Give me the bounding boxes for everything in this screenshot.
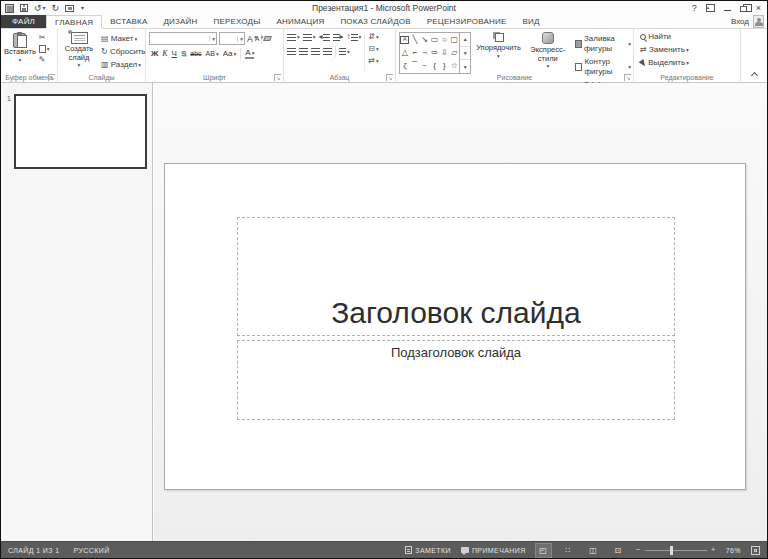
undo-button[interactable]: ↺▾ bbox=[34, 4, 46, 13]
zoom-level[interactable]: 76% bbox=[726, 547, 741, 554]
zoom-out-button[interactable]: − bbox=[636, 546, 641, 554]
decrease-indent-button[interactable]: ◂ bbox=[319, 33, 330, 41]
shape-star[interactable]: ☆ bbox=[449, 60, 459, 73]
slide-thumbnail[interactable] bbox=[14, 94, 147, 169]
underline-button[interactable]: Ч bbox=[172, 49, 177, 59]
view-slideshow-button[interactable]: ⊡ bbox=[611, 544, 626, 557]
shape-arrow[interactable]: ↘ bbox=[420, 33, 430, 46]
drawing-dialog-launcher[interactable]: ↘ bbox=[624, 74, 631, 81]
tab-slideshow[interactable]: ПОКАЗ СЛАЙДОВ bbox=[332, 15, 418, 28]
close-button[interactable]: × bbox=[756, 4, 761, 13]
increase-indent-button[interactable]: ▸ bbox=[333, 33, 344, 41]
change-case-button[interactable]: Аа bbox=[223, 49, 237, 59]
shape-arc[interactable]: ⌒ bbox=[410, 60, 420, 73]
copy-button[interactable] bbox=[39, 44, 50, 54]
tab-transitions[interactable]: ПЕРЕХОДЫ bbox=[206, 15, 269, 28]
shrink-font-button[interactable]: А bbox=[255, 34, 260, 44]
view-normal-button[interactable]: ◰ bbox=[536, 544, 551, 557]
tab-home[interactable]: ГЛАВНАЯ bbox=[46, 15, 102, 29]
tab-file[interactable]: ФАЙЛ bbox=[1, 15, 46, 28]
help-button[interactable]: ? bbox=[692, 4, 697, 13]
tab-design[interactable]: ДИЗАЙН bbox=[155, 15, 205, 28]
language-indicator[interactable]: РУССКИЙ bbox=[74, 547, 110, 554]
zoom-in-button[interactable]: + bbox=[711, 546, 716, 554]
tab-review[interactable]: РЕЦЕНЗИРОВАНИЕ bbox=[419, 15, 515, 28]
zoom-slider-handle[interactable] bbox=[670, 546, 673, 555]
shape-curve[interactable]: ~ bbox=[420, 60, 430, 73]
tab-view[interactable]: ВИД bbox=[515, 15, 548, 28]
italic-button[interactable]: К bbox=[162, 49, 167, 59]
subtitle-placeholder[interactable]: Подзаголовок слайда bbox=[237, 340, 675, 420]
bold-button[interactable]: Ж bbox=[151, 49, 158, 59]
find-button[interactable]: Найти bbox=[640, 32, 738, 42]
format-painter-button[interactable]: ✎ bbox=[39, 56, 50, 64]
align-left-button[interactable] bbox=[287, 48, 296, 55]
paragraph-dialog-launcher[interactable]: ↘ bbox=[386, 74, 393, 81]
slide-canvas[interactable]: Заголовок слайда Подзаголовок слайда bbox=[164, 163, 746, 490]
powerpoint-app-icon[interactable] bbox=[5, 4, 14, 13]
text-shadow-button[interactable]: S bbox=[181, 49, 186, 59]
fit-slide-to-window-button[interactable] bbox=[751, 546, 760, 555]
view-reading-button[interactable]: ◫ bbox=[586, 544, 601, 557]
start-slideshow-button[interactable] bbox=[65, 5, 74, 12]
tab-animations[interactable]: АНИМАЦИЯ bbox=[269, 15, 333, 28]
columns-button[interactable] bbox=[339, 47, 350, 57]
gallery-scroll-up-icon[interactable]: ▲ bbox=[460, 33, 470, 47]
shape-textbox[interactable]: А bbox=[400, 33, 410, 46]
align-right-button[interactable] bbox=[311, 48, 320, 55]
paste-button[interactable]: Вставить bbox=[4, 32, 36, 71]
shape-freeform[interactable]: ζ bbox=[400, 60, 410, 73]
font-dialog-launcher[interactable]: ↘ bbox=[274, 74, 281, 81]
quick-styles-button[interactable]: Экспресс-стили bbox=[526, 32, 570, 71]
view-slide-sorter-button[interactable]: ∷ bbox=[561, 544, 576, 557]
user-avatar-icon[interactable] bbox=[753, 15, 764, 28]
font-size-combo[interactable] bbox=[219, 32, 245, 45]
justify-button[interactable] bbox=[323, 48, 332, 55]
numbering-button[interactable] bbox=[303, 32, 316, 42]
collapse-ribbon-button[interactable] bbox=[751, 73, 758, 77]
reset-button[interactable]: ↻ Сбросить bbox=[101, 47, 146, 57]
redo-button[interactable]: ↻ bbox=[52, 4, 60, 13]
gallery-scroll-down-icon[interactable]: ▼ bbox=[460, 47, 470, 61]
line-spacing-button[interactable]: ↕ bbox=[347, 32, 362, 42]
save-button[interactable] bbox=[20, 4, 28, 12]
arrange-button[interactable]: Упорядочить bbox=[476, 32, 521, 71]
bullets-button[interactable] bbox=[287, 32, 300, 42]
gallery-more-icon[interactable]: ▼ bbox=[460, 60, 470, 73]
cut-button[interactable]: ✂ bbox=[39, 34, 50, 42]
replace-button[interactable]: ⇄ Заменить bbox=[640, 45, 738, 55]
tab-insert[interactable]: ВСТАВКА bbox=[102, 15, 155, 28]
comments-toggle[interactable]: ПРИМЕЧАНИЯ bbox=[461, 547, 526, 554]
new-slide-button[interactable]: Создать слайд bbox=[61, 32, 97, 71]
character-spacing-button[interactable]: АВ bbox=[206, 49, 219, 59]
select-button[interactable]: Выделить bbox=[640, 58, 738, 68]
signin-link[interactable]: Вход bbox=[731, 17, 749, 26]
font-color-button[interactable]: А bbox=[245, 49, 254, 59]
restore-button[interactable] bbox=[740, 4, 747, 12]
layout-button[interactable]: ▤ Макет bbox=[101, 34, 146, 44]
clear-formatting-button[interactable] bbox=[263, 36, 272, 41]
shape-line[interactable]: ╲ bbox=[410, 33, 420, 46]
shape-down-arrow[interactable]: ⇩ bbox=[439, 46, 449, 59]
shape-rectangle[interactable]: ▭ bbox=[430, 33, 440, 46]
notes-toggle[interactable]: ЗАМЕТКИ bbox=[405, 546, 451, 554]
slide-indicator[interactable]: СЛАЙД 1 ИЗ 1 bbox=[8, 547, 60, 554]
shape-left-brace[interactable]: { bbox=[430, 60, 440, 73]
minimize-button[interactable] bbox=[724, 6, 731, 11]
shape-triangle[interactable]: △ bbox=[400, 46, 410, 59]
undo-dropdown-arrow-icon[interactable]: ▾ bbox=[43, 5, 46, 11]
ribbon-display-options-button[interactable]: ▴ bbox=[706, 4, 715, 12]
text-direction-button[interactable]: ⇵ bbox=[368, 32, 378, 42]
align-text-button[interactable]: ⊟ bbox=[368, 44, 378, 54]
zoom-slider-track[interactable] bbox=[645, 550, 707, 551]
shape-elbow-arrow-connector[interactable]: ¬ bbox=[420, 46, 430, 59]
strikethrough-button[interactable]: abc bbox=[190, 49, 201, 59]
section-button[interactable]: ▥ Раздел bbox=[101, 60, 146, 70]
font-name-combo[interactable] bbox=[149, 32, 217, 45]
title-placeholder[interactable]: Заголовок слайда bbox=[237, 217, 675, 336]
shape-callout[interactable]: ▱ bbox=[449, 46, 459, 59]
shape-right-brace[interactable]: } bbox=[439, 60, 449, 73]
shape-elbow-connector[interactable]: ⌐ bbox=[410, 46, 420, 59]
shape-oval[interactable]: ○ bbox=[439, 33, 449, 46]
align-center-button[interactable] bbox=[299, 48, 308, 55]
